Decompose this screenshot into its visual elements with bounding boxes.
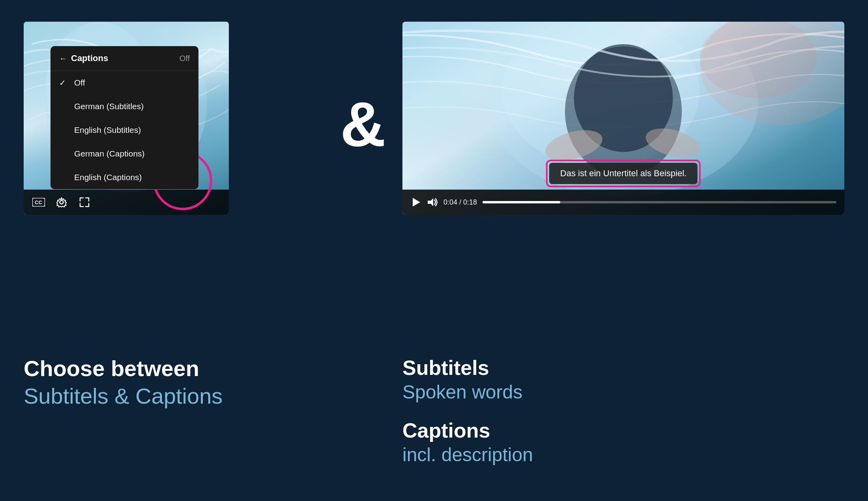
- menu-item-english-captions[interactable]: ✓ English (Captions): [51, 166, 198, 189]
- subtitle-text: Das ist ein Untertitel als Beispiel.: [560, 168, 687, 178]
- volume-button[interactable]: [427, 197, 438, 207]
- svg-text:CC: CC: [35, 199, 42, 205]
- bottom-right: Subtitels Spoken words Captions incl. de…: [402, 356, 844, 481]
- bottom-center: [324, 356, 402, 481]
- svg-point-8: [60, 201, 64, 204]
- play-button[interactable]: [410, 197, 421, 208]
- video-thumbnail-right: Das ist ein Untertitel als Beispiel.: [402, 22, 844, 215]
- menu-item-german-captions[interactable]: ✓ German (Captions): [51, 142, 198, 166]
- menu-item-off-label: Off: [74, 78, 85, 88]
- bottom-left: Choose between Subtitels & Captions: [24, 356, 324, 481]
- video-controls-bar-left: CC: [24, 190, 229, 215]
- menu-item-german-subtitles-label: German (Subtitles): [74, 102, 144, 111]
- captions-menu-header-left: ← Captions: [59, 53, 108, 63]
- time-display: 0:04 / 0:18: [443, 198, 477, 207]
- subtitels-title: Subtitels: [402, 356, 844, 380]
- captions-menu: ← Captions Off ✓ Off ✓ German (Subtitles…: [51, 46, 198, 189]
- progress-bar[interactable]: [483, 201, 836, 203]
- subtitle-box-inner: Das ist ein Untertitel als Beispiel.: [549, 163, 698, 184]
- expand-button[interactable]: [76, 194, 93, 211]
- subtitels-captions-subheading: Subtitels & Captions: [24, 384, 324, 409]
- svg-marker-17: [413, 198, 420, 207]
- time-separator: /: [459, 198, 463, 206]
- top-section: CC: [0, 0, 868, 344]
- expand-icon: [79, 197, 90, 207]
- svg-marker-18: [428, 198, 433, 206]
- captions-menu-status: Off: [180, 54, 190, 63]
- captions-desc: incl. description: [402, 444, 844, 466]
- gear-icon: [56, 197, 67, 207]
- captions-menu-header: ← Captions Off: [51, 46, 198, 71]
- cc-button[interactable]: CC: [30, 194, 47, 211]
- subtitle-box-outer: Das ist ein Untertitel als Beispiel.: [546, 160, 701, 187]
- menu-item-english-subtitles-label: English (Subtitles): [74, 125, 141, 135]
- menu-item-english-captions-label: English (Captions): [74, 173, 142, 182]
- menu-item-german-captions-label: German (Captions): [74, 149, 145, 158]
- captions-menu-title: Captions: [71, 53, 108, 63]
- menu-item-german-subtitles[interactable]: ✓ German (Subtitles): [51, 95, 198, 118]
- menu-item-english-subtitles[interactable]: ✓ English (Subtitles): [51, 118, 198, 142]
- bottom-section: Choose between Subtitels & Captions Subt…: [0, 344, 868, 501]
- ampersand-character: &: [340, 93, 386, 156]
- progress-bar-fill: [483, 201, 560, 203]
- cc-icon: CC: [32, 198, 45, 207]
- left-panel: CC: [24, 22, 324, 215]
- check-icon: ✓: [59, 78, 69, 88]
- captions-title: Captions: [402, 419, 844, 442]
- play-icon: [410, 197, 421, 208]
- ampersand-section: &: [324, 22, 402, 156]
- subtitels-desc: Spoken words: [402, 381, 844, 403]
- video-controls-bar-right: 0:04 / 0:18: [402, 190, 844, 215]
- back-arrow-icon[interactable]: ←: [59, 54, 67, 63]
- time-total: 0:18: [463, 198, 477, 206]
- menu-item-off[interactable]: ✓ Off: [51, 71, 198, 95]
- volume-icon: [427, 197, 438, 207]
- gear-button[interactable]: [53, 194, 70, 211]
- choose-between-heading: Choose between: [24, 356, 324, 381]
- time-current: 0:04: [443, 198, 457, 206]
- right-panel: Das ist ein Untertitel als Beispiel.: [402, 22, 844, 215]
- subtitle-box-wrapper: Das ist ein Untertitel als Beispiel.: [546, 160, 701, 187]
